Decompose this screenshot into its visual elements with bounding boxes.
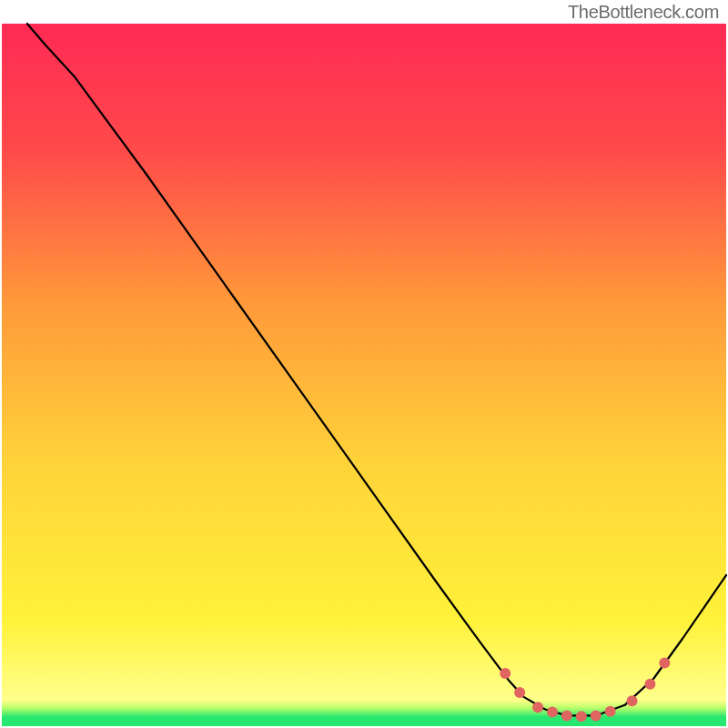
- chart-canvas: [0, 0, 728, 728]
- svg-rect-0: [2, 24, 726, 726]
- svg-point-7: [576, 711, 587, 722]
- svg-point-9: [605, 706, 616, 717]
- svg-point-11: [644, 679, 655, 690]
- bottleneck-chart: TheBottleneck.com: [0, 0, 728, 728]
- svg-point-4: [532, 702, 543, 713]
- svg-point-8: [591, 710, 602, 721]
- svg-point-5: [547, 707, 558, 718]
- svg-point-10: [627, 695, 638, 706]
- svg-point-12: [659, 658, 670, 669]
- svg-rect-1: [2, 700, 726, 726]
- svg-point-3: [514, 687, 525, 698]
- svg-point-6: [561, 710, 572, 721]
- watermark-text: TheBottleneck.com: [568, 2, 719, 23]
- svg-point-2: [500, 668, 511, 679]
